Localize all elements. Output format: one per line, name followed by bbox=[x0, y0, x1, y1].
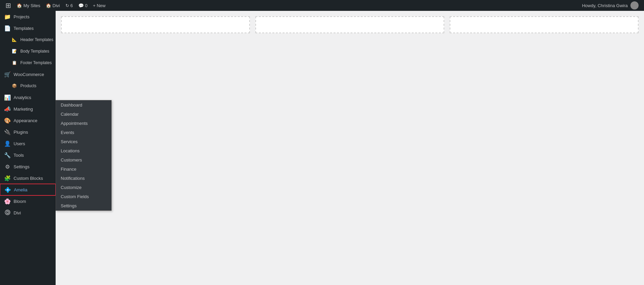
submenu-item-dashboard[interactable]: Dashboard bbox=[56, 100, 111, 110]
footer-templates-label: Footer Templates bbox=[20, 60, 52, 65]
settings-icon: ⚙ bbox=[4, 163, 11, 170]
body-templates-label: Body Templates bbox=[20, 49, 49, 54]
submenu-item-finance[interactable]: Finance bbox=[56, 165, 111, 174]
main-layout: 📁 Projects 📄 Templates 📐 Header Template… bbox=[0, 11, 644, 285]
sidebar-item-body-templates[interactable]: 📝 Body Templates bbox=[0, 45, 56, 57]
appearance-label: Appearance bbox=[14, 118, 37, 123]
users-label: Users bbox=[14, 141, 25, 146]
sidebar-item-marketing[interactable]: 📣 Marketing bbox=[0, 103, 56, 115]
header-templates-icon: 📐 bbox=[11, 36, 18, 43]
sidebar-item-appearance[interactable]: 🎨 Appearance bbox=[0, 115, 56, 126]
placeholder-box-2 bbox=[255, 16, 444, 33]
appearance-icon: 🎨 bbox=[4, 117, 11, 124]
sidebar-item-projects[interactable]: 📁 Projects bbox=[0, 11, 56, 22]
submenu-item-events[interactable]: Events bbox=[56, 128, 111, 137]
submenu-item-locations[interactable]: Locations bbox=[56, 146, 111, 155]
user-greeting: Howdy, Christina Gwira bbox=[579, 1, 641, 10]
header-templates-label: Header Templates bbox=[20, 37, 53, 42]
new-content-button[interactable]: + New bbox=[90, 0, 108, 11]
divi-icon: Ⓓ bbox=[4, 209, 11, 216]
placeholder-row bbox=[61, 16, 639, 33]
site-home-icon: 🏠 bbox=[46, 3, 51, 8]
woocommerce-icon: 🛒 bbox=[4, 71, 11, 78]
sidebar-item-header-templates[interactable]: 📐 Header Templates bbox=[0, 34, 56, 45]
sidebar-item-analytics[interactable]: 📊 Analytics bbox=[0, 92, 56, 103]
amelia-icon: 💠 bbox=[4, 186, 11, 193]
wp-logo-button[interactable]: ⊞ bbox=[3, 0, 14, 11]
sidebar-item-divi[interactable]: Ⓓ Divi bbox=[0, 207, 56, 218]
my-sites-label: My Sites bbox=[23, 3, 40, 8]
site-name-label: Divi bbox=[53, 3, 60, 8]
user-greeting-text: Howdy, Christina Gwira bbox=[582, 3, 628, 8]
submenu-item-custom-fields[interactable]: Custom Fields bbox=[56, 192, 111, 201]
projects-icon: 📁 bbox=[4, 13, 11, 20]
sidebar-item-bloom[interactable]: 🌸 Bloom bbox=[0, 195, 56, 207]
sidebar-item-footer-templates[interactable]: 📋 Footer Templates bbox=[0, 57, 56, 69]
sidebar-item-users[interactable]: 👤 Users bbox=[0, 138, 56, 149]
users-icon: 👤 bbox=[4, 140, 11, 147]
custom-blocks-label: Custom Blocks bbox=[14, 176, 43, 181]
marketing-icon: 📣 bbox=[4, 106, 11, 112]
new-content-label: + New bbox=[93, 3, 105, 8]
bloom-label: Bloom bbox=[14, 199, 26, 204]
products-icon: 📦 bbox=[11, 82, 18, 89]
submenu-item-settings[interactable]: Settings bbox=[56, 201, 111, 210]
products-label: Products bbox=[20, 83, 36, 88]
tools-label: Tools bbox=[14, 153, 24, 158]
comments-button[interactable]: 💬 0 bbox=[76, 0, 90, 11]
sidebar-item-plugins[interactable]: 🔌 Plugins bbox=[0, 126, 56, 138]
my-sites-icon: 🏠 bbox=[17, 3, 22, 8]
placeholder-box-1 bbox=[61, 16, 250, 33]
submenu-item-customers[interactable]: Customers bbox=[56, 155, 111, 165]
submenu-item-notifications[interactable]: Notifications bbox=[56, 174, 111, 183]
templates-label: Templates bbox=[14, 26, 34, 31]
amelia-label: Amelia bbox=[14, 187, 27, 192]
projects-label: Projects bbox=[14, 14, 30, 19]
updates-button[interactable]: ↻ 6 bbox=[63, 0, 76, 11]
bloom-icon: 🌸 bbox=[4, 198, 11, 205]
templates-icon: 📄 bbox=[4, 25, 11, 32]
analytics-label: Analytics bbox=[14, 95, 31, 100]
submenu-item-services[interactable]: Services bbox=[56, 137, 111, 146]
plugins-label: Plugins bbox=[14, 130, 28, 135]
sidebar-item-custom-blocks[interactable]: 🧩 Custom Blocks bbox=[0, 172, 56, 184]
placeholder-box-3 bbox=[450, 16, 639, 33]
tools-icon: 🔧 bbox=[4, 152, 11, 158]
woocommerce-label: WooCommerce bbox=[14, 72, 44, 77]
sidebar-item-settings[interactable]: ⚙ Settings bbox=[0, 161, 56, 172]
updates-count: 6 bbox=[71, 3, 73, 8]
custom-blocks-icon: 🧩 bbox=[4, 175, 11, 182]
admin-bar: ⊞ 🏠 My Sites 🏠 Divi ↻ 6 💬 0 + New Howdy,… bbox=[0, 0, 644, 11]
plugins-icon: 🔌 bbox=[4, 129, 11, 135]
sidebar-item-templates[interactable]: 📄 Templates bbox=[0, 22, 56, 34]
submenu-item-calendar[interactable]: Calendar bbox=[56, 110, 111, 119]
main-content bbox=[56, 11, 644, 285]
divi-label: Divi bbox=[14, 210, 21, 215]
sidebar-item-woocommerce[interactable]: 🛒 WooCommerce bbox=[0, 69, 56, 80]
sidebar-item-tools[interactable]: 🔧 Tools bbox=[0, 149, 56, 161]
wp-icon: ⊞ bbox=[5, 1, 11, 10]
submenu-item-customize[interactable]: Customize bbox=[56, 183, 111, 192]
settings-label: Settings bbox=[14, 164, 30, 169]
submenu-item-appointments[interactable]: Appointments bbox=[56, 119, 111, 128]
updates-icon: ↻ bbox=[65, 3, 69, 8]
my-sites-button[interactable]: 🏠 My Sites bbox=[14, 0, 43, 11]
body-templates-icon: 📝 bbox=[11, 48, 18, 55]
comments-count: 0 bbox=[85, 3, 87, 8]
footer-templates-icon: 📋 bbox=[11, 59, 18, 66]
sidebar-item-products[interactable]: 📦 Products bbox=[0, 80, 56, 92]
amelia-submenu: Dashboard Calendar Appointments Events S… bbox=[56, 100, 112, 211]
marketing-label: Marketing bbox=[14, 107, 33, 112]
site-name-button[interactable]: 🏠 Divi bbox=[43, 0, 63, 11]
sidebar: 📁 Projects 📄 Templates 📐 Header Template… bbox=[0, 11, 56, 285]
sidebar-item-amelia[interactable]: 💠 Amelia bbox=[0, 184, 56, 195]
comments-icon: 💬 bbox=[78, 3, 84, 8]
user-avatar bbox=[630, 1, 639, 10]
analytics-icon: 📊 bbox=[4, 94, 11, 101]
